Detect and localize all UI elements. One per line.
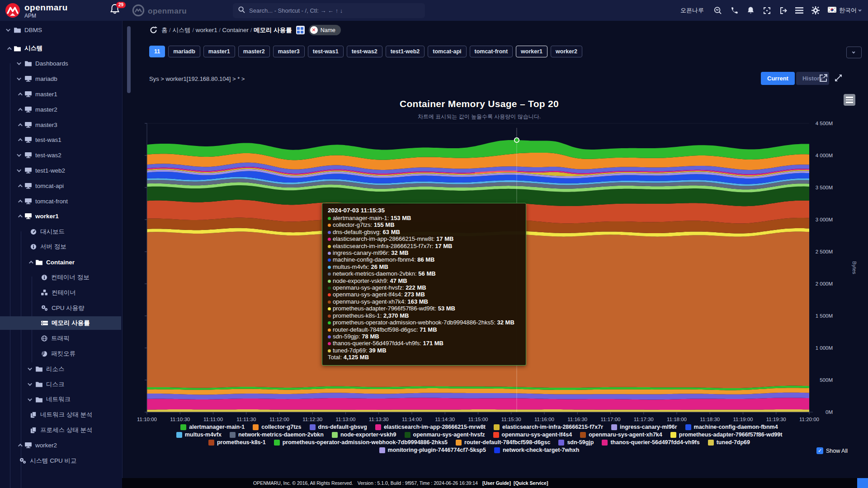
- openmaru-gray-logo-icon: [132, 4, 145, 19]
- notification-bell[interactable]: 29: [110, 4, 123, 17]
- legend-item-openmaru-sys-agent-hvsfz[interactable]: openmaru-sys-agent-hvsfz: [405, 432, 485, 438]
- legend-item-node-exporter-vskh9[interactable]: node-exporter-vskh9: [332, 432, 396, 438]
- tag-count-badge[interactable]: 11: [149, 46, 165, 57]
- refresh-icon[interactable]: [149, 26, 157, 34]
- legend-item-prometheus-adapter-7966f57f86-wd99t[interactable]: prometheus-adapter-7966f57f86-wd99t: [670, 432, 783, 438]
- legend-item-network-metrics-daemon-2vbkn[interactable]: network-metrics-daemon-2vbkn: [230, 432, 324, 438]
- sidebar-item-worker1[interactable]: worker1: [0, 210, 121, 223]
- sidebar-item-컨테이너-정보[interactable]: 컨테이너 정보: [0, 271, 121, 284]
- host-tag-test-was1[interactable]: test-was1: [308, 46, 344, 57]
- name-filter-chip[interactable]: ✕ Name: [309, 25, 341, 35]
- host-tag-test1-web2[interactable]: test1-web2: [386, 46, 425, 57]
- fullscreen-icon[interactable]: [763, 6, 771, 14]
- legend-item-elasticsearch-im-infra-28666215-f7x7r[interactable]: elasticsearch-im-infra-28666215-f7x7r: [494, 424, 603, 430]
- sidebar-item-master1[interactable]: master1: [0, 87, 121, 101]
- sidebar-item-container[interactable]: Container: [0, 255, 121, 269]
- search-monitor-icon[interactable]: [714, 6, 722, 14]
- sidebar-item-tomcat-api[interactable]: tomcat-api: [0, 179, 121, 192]
- sidebar-item-test1-web2[interactable]: test1-web2: [0, 164, 121, 177]
- expand-chart-icon[interactable]: [834, 74, 843, 83]
- sidebar-item-트래픽[interactable]: 트래픽: [0, 332, 121, 345]
- layout-grid-icon[interactable]: [296, 26, 305, 34]
- sidebar-item-master3[interactable]: master3: [0, 118, 121, 131]
- legend-item-dns-default-gbsvg[interactable]: dns-default-gbsvg: [310, 424, 367, 430]
- host-tag-master3[interactable]: master3: [273, 46, 305, 57]
- legend-item-machine-config-daemon-fbnm4[interactable]: machine-config-daemon-fbnm4: [685, 424, 778, 430]
- tooltip-series-value: 78 MB: [362, 333, 379, 340]
- legend-item-elasticsearch-im-app-28666215-mrw8t[interactable]: elasticsearch-im-app-28666215-mrw8t: [375, 424, 486, 430]
- sidebar-item-네트워크-상태-분석[interactable]: 네트워크 상태 분석: [0, 408, 121, 422]
- legend-item-router-default-784fbcf598-d6gsc[interactable]: router-default-784fbcf598-d6gsc: [456, 439, 550, 446]
- user-name[interactable]: 오픈나루: [680, 6, 704, 14]
- host-tag-worker2[interactable]: worker2: [551, 46, 582, 57]
- sidebar-item-시스템[interactable]: 시스템: [0, 42, 121, 55]
- sidebar-item-worker2[interactable]: worker2: [0, 439, 121, 452]
- remove-filter-icon[interactable]: ✕: [310, 26, 318, 34]
- search-input[interactable]: [249, 7, 420, 14]
- sidebar-item-디스크[interactable]: 디스크: [0, 378, 121, 391]
- phone-icon[interactable]: [730, 6, 738, 14]
- sidebar-item-tomcat-front[interactable]: tomcat-front: [0, 194, 121, 208]
- sidebar-item-test-was1[interactable]: test-was1: [0, 133, 121, 147]
- open-external-icon[interactable]: [819, 74, 828, 83]
- menu-bars-icon[interactable]: [795, 6, 803, 14]
- breadcrumb-item-1[interactable]: 시스템: [172, 27, 191, 33]
- sidebar-item-패킷오류[interactable]: 패킷오류: [0, 347, 121, 361]
- legend-item-collector-g7tzs[interactable]: collector-g7tzs: [253, 424, 301, 430]
- footer-link[interactable]: [Quick Service]: [514, 480, 548, 486]
- sidebar-item-서버-정보[interactable]: 서버 정보: [0, 240, 121, 253]
- sidebar-item-네트워크[interactable]: 네트워크: [0, 393, 121, 406]
- settings-gear-icon[interactable]: [811, 6, 820, 14]
- host-tag-mariadb[interactable]: mariadb: [168, 46, 200, 57]
- app-logo[interactable]: openmaruAPM: [5, 2, 68, 20]
- legend-item-alertmanager-main-1[interactable]: alertmanager-main-1: [180, 424, 245, 430]
- host-tag-master1[interactable]: master1: [203, 46, 235, 57]
- legend-item-monitoring-plugin-7446774cf7-5ksp5[interactable]: monitoring-plugin-7446774cf7-5ksp5: [379, 447, 486, 453]
- legend-item-sdn-59gjp[interactable]: sdn-59gjp: [558, 439, 594, 446]
- legend-item-thanos-querier-56d497fdd4-vh9fs[interactable]: thanos-querier-56d497fdd4-vh9fs: [602, 439, 699, 446]
- series-dot: [328, 321, 331, 324]
- chart-menu-button[interactable]: [844, 94, 855, 106]
- legend-item-openmaru-sys-agent-xh7k4[interactable]: openmaru-sys-agent-xh7k4: [580, 432, 662, 438]
- current-button[interactable]: Current: [761, 72, 795, 85]
- sidebar-item-리소스[interactable]: 리소스: [0, 362, 121, 376]
- show-all-toggle[interactable]: ✓ Show All: [816, 447, 848, 454]
- sidebar-item-cpu-사용량[interactable]: CPU 사용량: [0, 301, 121, 315]
- footer-corner-button[interactable]: [857, 478, 868, 488]
- sidebar-item-메모리-사용률[interactable]: 메모리 사용률: [0, 316, 121, 330]
- legend-item-openmaru-sys-agent-lf4s4[interactable]: openmaru-sys-agent-lf4s4: [493, 432, 572, 438]
- footer-link[interactable]: [User Guide]: [482, 480, 511, 486]
- host-tag-tomcat-api[interactable]: tomcat-api: [428, 46, 466, 57]
- language-selector[interactable]: 한국어: [828, 6, 862, 14]
- breadcrumb-item-2[interactable]: worker1: [196, 27, 217, 33]
- legend-item-ingress-canary-ml96r[interactable]: ingress-canary-ml96r: [611, 424, 677, 430]
- legend-item-prometheus-k8s-1[interactable]: prometheus-k8s-1: [208, 439, 266, 446]
- sidebar-item-프로세스-상태-분석[interactable]: 프로세스 상태 분석: [0, 423, 121, 437]
- breadcrumb-item-3[interactable]: Container: [222, 27, 249, 33]
- sidebar-item-mariadb[interactable]: mariadb: [0, 72, 121, 86]
- sidebar-item-시스템-cpu-비교[interactable]: 시스템 CPU 비교: [0, 454, 121, 468]
- legend-item-multus-m4vfx[interactable]: multus-m4vfx: [176, 432, 222, 438]
- sidebar-item-대시보드[interactable]: 대시보드: [0, 225, 121, 239]
- legend-label: network-metrics-daemon-2vbkn: [238, 432, 324, 438]
- sidebar-item-test-was2[interactable]: test-was2: [0, 149, 121, 162]
- host-tag-master2[interactable]: master2: [238, 46, 270, 57]
- alerts-bell-icon[interactable]: [746, 6, 755, 14]
- monitor-icon: [25, 152, 32, 158]
- tags-dropdown-button[interactable]: [846, 47, 862, 58]
- show-all-checkbox[interactable]: ✓: [816, 447, 823, 454]
- sidebar-item-dbms[interactable]: DBMS: [0, 23, 121, 37]
- legend-item-network-check-target-7whxh[interactable]: network-check-target-7whxh: [494, 447, 579, 453]
- breadcrumb-item-0[interactable]: 홈: [161, 27, 168, 33]
- host-tag-test-was2[interactable]: test-was2: [347, 46, 382, 57]
- host-tag-tomcat-front[interactable]: tomcat-front: [470, 46, 513, 57]
- sidebar-item-master2[interactable]: master2: [0, 103, 121, 116]
- logout-icon[interactable]: [779, 6, 787, 14]
- legend-item-prometheus-operator-admission-webhook-7db9994886-2hks5[interactable]: prometheus-operator-admission-webhook-7d…: [274, 439, 448, 446]
- legend-item-tuned-7dp69[interactable]: tuned-7dp69: [708, 439, 750, 446]
- sidebar-item-dashboards[interactable]: Dashboards: [0, 57, 121, 70]
- sidebar-item-컨테이너[interactable]: 컨테이너: [0, 286, 121, 300]
- chevron-up-icon: [18, 138, 23, 143]
- content-scrollbar[interactable]: [127, 26, 131, 93]
- host-tag-worker1[interactable]: worker1: [516, 46, 547, 57]
